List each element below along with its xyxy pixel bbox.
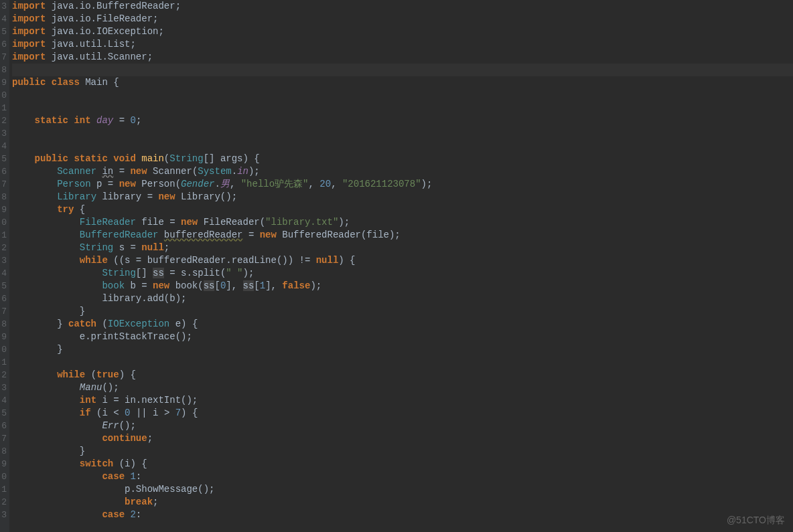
line-number: 6	[1, 292, 7, 305]
code-line[interactable]: public class Main {	[12, 76, 793, 89]
code-token: java.io.BufferedReader;	[52, 1, 181, 11]
code-line[interactable]	[12, 356, 793, 369]
line-number: 5	[1, 25, 7, 38]
code-token: {	[80, 204, 85, 215]
code-token: = s.split(	[164, 268, 226, 278]
code-line[interactable]: book b = new book(ss[0], ss[1], false);	[12, 280, 793, 292]
line-number-gutter: 3456789012345678901234567890123456789012…	[0, 0, 9, 532]
code-token: true	[96, 369, 119, 380]
code-line[interactable]: }	[12, 343, 793, 356]
code-token: Person	[57, 179, 96, 189]
code-line[interactable]: } catch (IOException e) {	[12, 318, 793, 331]
code-token: import	[12, 26, 52, 37]
code-token: BufferedReader	[80, 230, 164, 240]
code-line[interactable]: String[] ss = s.split(" ");	[12, 267, 793, 280]
code-token	[12, 204, 57, 215]
code-line[interactable]	[12, 127, 793, 140]
code-line[interactable]: case 2:	[12, 509, 793, 521]
code-token: false	[282, 280, 310, 291]
code-token: int	[80, 395, 102, 406]
code-token: BufferedReader(file);	[282, 230, 400, 240]
code-token: null	[316, 255, 339, 266]
code-line[interactable]: library.add(b);	[12, 292, 793, 305]
code-line[interactable]: BufferedReader bufferedReader = new Buff…	[12, 229, 793, 242]
line-number: 5	[1, 153, 7, 165]
code-token: 20	[319, 179, 331, 189]
code-line[interactable]: while ((s = bufferedReader.readLine()) !…	[12, 254, 793, 267]
code-line[interactable]: import java.util.List;	[12, 38, 793, 51]
code-line[interactable]: Manu();	[12, 381, 793, 394]
code-token: public static void	[35, 153, 142, 164]
code-line[interactable]: import java.io.BufferedReader;	[12, 0, 793, 13]
line-number: 9	[1, 203, 7, 216]
code-line[interactable]	[12, 102, 793, 114]
code-line[interactable]	[12, 64, 793, 76]
code-token: =	[113, 115, 130, 126]
code-line[interactable]: Err();	[12, 420, 793, 432]
code-token: ;	[136, 115, 141, 126]
code-token	[12, 471, 102, 482]
code-token	[12, 458, 80, 469]
code-line[interactable]: import java.io.FileReader;	[12, 13, 793, 25]
code-line[interactable]: p.ShowMessage();	[12, 483, 793, 496]
code-line[interactable]: break;	[12, 496, 793, 509]
code-line[interactable]: }	[12, 305, 793, 318]
line-number: 4	[1, 13, 7, 25]
code-line[interactable]: static int day = 0;	[12, 114, 793, 127]
code-line[interactable]: import java.util.Scanner;	[12, 51, 793, 64]
code-line[interactable]: if (i < 0 || i > 7) {	[12, 407, 793, 420]
code-token: ();	[102, 382, 119, 393]
code-line[interactable]: public static void main(String[] args) {	[12, 153, 793, 165]
code-token: .	[232, 166, 237, 177]
code-token: Person(	[141, 179, 181, 189]
line-number: 7	[1, 51, 7, 64]
code-token: :	[136, 471, 141, 482]
code-token: "library.txt"	[265, 217, 338, 228]
code-line[interactable]: e.printStackTrace();	[12, 331, 793, 343]
code-line[interactable]: Person p = new Person(Gender.男, "hello驴先…	[12, 178, 793, 191]
code-line[interactable]: switch (i) {	[12, 458, 793, 470]
code-editor[interactable]: 3456789012345678901234567890123456789012…	[0, 0, 793, 532]
code-token: {	[113, 77, 119, 88]
code-line[interactable]: Library library = new Library();	[12, 191, 793, 203]
line-number: 4	[1, 394, 7, 407]
code-token: Gender	[181, 179, 214, 189]
code-line[interactable]: FileReader file = new FileReader("librar…	[12, 216, 793, 229]
code-line[interactable]: String s = null;	[12, 242, 793, 254]
code-token: ss	[204, 280, 215, 291]
code-token: ;	[164, 242, 169, 253]
code-line[interactable]: case 1:	[12, 470, 793, 483]
code-line[interactable]	[12, 140, 793, 153]
code-token	[12, 166, 57, 177]
code-token: (	[164, 153, 169, 164]
code-token: 1	[260, 280, 265, 291]
code-line[interactable]: int i = in.nextInt();	[12, 394, 793, 407]
code-token: while	[80, 255, 113, 266]
code-token	[12, 382, 80, 393]
code-line[interactable]	[12, 89, 793, 102]
code-line[interactable]: import java.io.IOException;	[12, 25, 793, 38]
line-number: 9	[1, 331, 7, 343]
code-token: " "	[226, 268, 242, 278]
code-token: Main	[85, 77, 113, 88]
code-token: in	[102, 166, 113, 177]
line-number: 4	[1, 140, 7, 153]
code-token: case	[102, 509, 130, 520]
code-line[interactable]: while (true) {	[12, 369, 793, 381]
code-token: 0	[130, 115, 135, 126]
line-number: 2	[1, 369, 7, 381]
code-token: import	[12, 1, 52, 11]
code-token	[12, 369, 57, 380]
code-token: while	[57, 369, 90, 380]
code-area[interactable]: import java.io.BufferedReader;import jav…	[9, 0, 793, 532]
line-number: 7	[1, 305, 7, 318]
line-number: 3	[1, 0, 7, 13]
code-token	[12, 433, 102, 444]
code-line[interactable]: Scanner in = new Scanner(System.in);	[12, 165, 793, 178]
code-line[interactable]: try {	[12, 203, 793, 216]
code-token	[12, 497, 125, 507]
code-line[interactable]: continue;	[12, 432, 793, 445]
code-token: java.util.List;	[52, 39, 136, 50]
line-number: 2	[1, 114, 7, 127]
code-line[interactable]: }	[12, 445, 793, 458]
